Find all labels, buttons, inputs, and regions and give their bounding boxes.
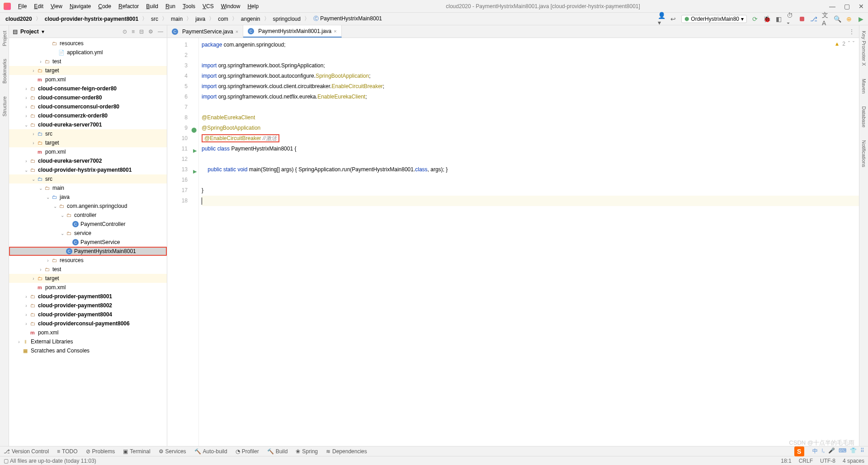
tree-item[interactable]: ›🗀cloud-provider-payment8002 bbox=[9, 301, 167, 310]
tree-item[interactable]: ›🗀target bbox=[9, 66, 167, 75]
tool-dependencies[interactable]: ≋Dependencies bbox=[326, 448, 367, 455]
collapse-all-icon[interactable]: ⊟ bbox=[139, 28, 144, 35]
breadcrumb-item[interactable]: cloud2020 bbox=[4, 15, 34, 23]
tree-item[interactable]: ⌄🗀com.angenin.springcloud bbox=[9, 202, 167, 211]
code-body[interactable]: ▲ 2 ˆ ˇ package com.angenin.springcloud;… bbox=[199, 38, 859, 446]
breadcrumb-item[interactable]: angenin bbox=[239, 15, 262, 23]
tree-item[interactable]: ›🗀cloud-eureka-server7002 bbox=[9, 156, 167, 165]
user-icon[interactable]: 👤▾ bbox=[658, 15, 665, 23]
select-opened-icon[interactable]: ⊙ bbox=[123, 28, 127, 35]
menu-navigate[interactable]: Navigate bbox=[67, 2, 94, 10]
stripe-structure[interactable]: Structure bbox=[1, 94, 8, 118]
tree-item[interactable]: ⌄🗀controller bbox=[9, 211, 167, 220]
settings-gear-icon[interactable]: ⚙ bbox=[148, 28, 153, 35]
ime-button[interactable]: ⌨ bbox=[839, 447, 846, 455]
stop-icon[interactable] bbox=[798, 15, 806, 23]
tree-item[interactable]: ⌄🗀java bbox=[9, 193, 167, 202]
project-tree[interactable]: 🗀resources📄application.yml›🗀test›🗀target… bbox=[9, 38, 167, 446]
tool-version-control[interactable]: ⎇Version Control bbox=[4, 448, 49, 455]
menu-window[interactable]: Window bbox=[218, 2, 243, 10]
breadcrumb-item[interactable]: com bbox=[216, 15, 230, 23]
breadcrumb-item[interactable]: cloud-provider-hystrix-payment8001 bbox=[43, 15, 140, 23]
ime-button[interactable]: ⠿ bbox=[860, 447, 864, 455]
tree-item[interactable]: ⌄🗀src bbox=[9, 174, 167, 183]
tree-item[interactable]: CPaymentService bbox=[9, 238, 167, 247]
ime-button[interactable]: 🎤 bbox=[828, 447, 835, 455]
tree-item[interactable]: ›🗀cloud-consumerconsul-order80 bbox=[9, 102, 167, 111]
stripe-notifications[interactable]: Notifications bbox=[860, 138, 868, 169]
menu-edit[interactable]: Edit bbox=[31, 2, 46, 10]
tool-todo[interactable]: ≡TODO bbox=[57, 448, 77, 455]
menu-view[interactable]: View bbox=[48, 2, 65, 10]
editor-tab[interactable]: CPaymentService.java× bbox=[167, 25, 243, 38]
tree-item[interactable]: mpom.xml bbox=[9, 328, 167, 337]
stripe-project[interactable]: Project bbox=[1, 29, 8, 48]
tree-item[interactable]: ›🗀test bbox=[9, 265, 167, 274]
breadcrumb-item[interactable]: src bbox=[149, 15, 160, 23]
tool-spring[interactable]: ❀Spring bbox=[296, 448, 318, 455]
tree-item[interactable]: mpom.xml bbox=[9, 147, 167, 156]
tool-problems[interactable]: ⊘Problems bbox=[86, 448, 115, 455]
close-tab-icon[interactable]: × bbox=[236, 29, 238, 34]
stripe-maven[interactable]: Maven bbox=[860, 77, 868, 95]
tree-item[interactable]: 🗀resources bbox=[9, 39, 167, 48]
menu-tools[interactable]: Tools bbox=[180, 2, 198, 10]
tree-item[interactable]: mpom.xml bbox=[9, 283, 167, 292]
coverage-icon[interactable]: ◧ bbox=[775, 15, 782, 23]
tree-item[interactable]: ›🗀cloud-provider-payment8001 bbox=[9, 292, 167, 301]
breadcrumb-item[interactable]: main bbox=[169, 15, 184, 23]
prev-highlight-icon[interactable]: ˆ bbox=[848, 41, 850, 47]
code-editor[interactable]: 123456789⬤1011▶1213▶161718 ▲ 2 ˆ ˇ packa… bbox=[167, 38, 859, 446]
stripe-key-promoter-x[interactable]: Key Promoter X bbox=[860, 29, 868, 68]
git-icon[interactable]: ⎇ bbox=[810, 15, 817, 23]
ime-button[interactable]: 中 bbox=[812, 447, 818, 455]
editor-tab[interactable]: CPaymentHystrixMain8001.java× bbox=[243, 25, 342, 38]
menu-file[interactable]: File bbox=[15, 2, 29, 10]
breadcrumb-item[interactable]: java bbox=[193, 15, 207, 23]
profile-icon[interactable]: ⏱▾ bbox=[787, 15, 794, 23]
project-dropdown-icon[interactable]: ▾ bbox=[42, 28, 44, 35]
menu-build[interactable]: Build bbox=[143, 2, 161, 10]
tree-item[interactable]: ›🗀cloud-consumer-feign-order80 bbox=[9, 84, 167, 93]
bug-icon[interactable]: 🐞 bbox=[763, 15, 770, 23]
tree-item[interactable]: ▦Scratches and Consoles bbox=[9, 346, 167, 355]
tree-item[interactable]: ⌄🗀service bbox=[9, 229, 167, 238]
breadcrumb-item[interactable]: Ⓒ PaymentHystrixMain8001 bbox=[311, 14, 384, 23]
back-arrow-icon[interactable]: ↩ bbox=[670, 15, 677, 23]
sync-icon[interactable]: ⟳ bbox=[751, 15, 759, 23]
stripe-bookmarks[interactable]: Bookmarks bbox=[1, 57, 8, 85]
stripe-database[interactable]: Database bbox=[860, 104, 868, 129]
run-config-selector[interactable]: ⬢ OrderHystrixMain80 ▾ bbox=[681, 15, 747, 23]
status-field[interactable]: CRLF bbox=[799, 458, 813, 464]
ide-settings-icon[interactable]: ⊕ bbox=[845, 15, 853, 23]
status-icon[interactable]: ▢ bbox=[4, 458, 9, 464]
ime-button[interactable]: 👕 bbox=[850, 447, 857, 455]
breadcrumb-item[interactable]: springcloud bbox=[271, 15, 302, 23]
maximize-button[interactable]: ▢ bbox=[844, 3, 850, 10]
close-tab-icon[interactable]: × bbox=[334, 28, 336, 34]
tool-build[interactable]: 🔨Build bbox=[267, 448, 288, 455]
tree-item[interactable]: ›🗀test bbox=[9, 57, 167, 66]
tree-item[interactable]: ⌄🗀main bbox=[9, 183, 167, 193]
tool-services[interactable]: ⚙Services bbox=[159, 448, 186, 455]
tree-item[interactable]: ›🗀target bbox=[9, 138, 167, 147]
tool-profiler[interactable]: ◔Profiler bbox=[236, 448, 259, 455]
run-icon[interactable]: ▶ bbox=[857, 15, 864, 23]
menu-code[interactable]: Code bbox=[95, 2, 114, 10]
status-field[interactable]: 4 spaces bbox=[843, 458, 864, 464]
tree-item[interactable]: ›🗀target bbox=[9, 274, 167, 283]
tree-item[interactable]: ›🗀cloud-provider-payment8004 bbox=[9, 310, 167, 319]
tree-item[interactable]: ›🗀resources bbox=[9, 256, 167, 265]
translate-icon[interactable]: 文A bbox=[822, 15, 829, 23]
menu-refactor[interactable]: Refactor bbox=[116, 2, 142, 10]
expand-all-icon[interactable]: ≡ bbox=[132, 28, 135, 35]
menu-vcs[interactable]: VCS bbox=[200, 2, 217, 10]
tree-item[interactable]: CPaymentHystrixMain8001 bbox=[9, 247, 167, 256]
inspection-overlay[interactable]: ▲ 2 ˆ ˇ bbox=[834, 41, 854, 47]
tree-item[interactable]: ›🗀cloud-consumerzk-order80 bbox=[9, 111, 167, 120]
menu-run[interactable]: Run bbox=[163, 2, 178, 10]
search-icon[interactable]: 🔍 bbox=[834, 15, 841, 23]
tree-item[interactable]: ›🗀cloud-consumer-order80 bbox=[9, 93, 167, 102]
tree-item[interactable]: ›⫴External Libraries bbox=[9, 337, 167, 346]
tree-item[interactable]: 📄application.yml bbox=[9, 48, 167, 57]
